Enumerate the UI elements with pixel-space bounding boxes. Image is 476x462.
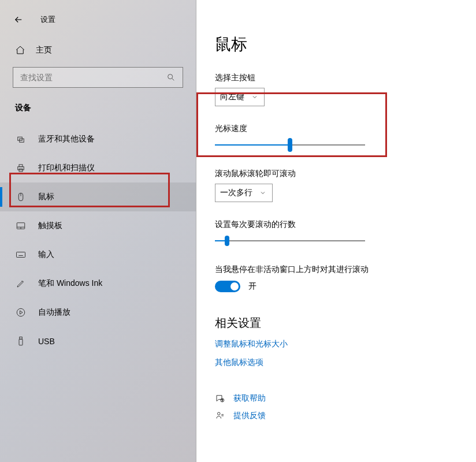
feedback-icon <box>215 411 225 421</box>
pen-icon <box>15 278 27 289</box>
search-box[interactable] <box>13 67 183 88</box>
home-label: 主页 <box>36 45 52 55</box>
related-settings-title: 相关设置 <box>215 315 458 331</box>
svg-rect-4 <box>19 165 23 167</box>
sidebar-item-usb[interactable]: USB <box>0 327 196 356</box>
svg-point-22 <box>218 412 221 415</box>
arrow-left-icon <box>13 14 24 25</box>
app-title: 设置 <box>40 14 55 25</box>
svg-rect-19 <box>19 339 23 345</box>
sidebar-item-label: 鼠标 <box>38 192 54 202</box>
sidebar-item-label: 笔和 Windows Ink <box>38 278 102 289</box>
scroll-mode-label: 滚动鼠标滚轮即可滚动 <box>215 169 458 179</box>
svg-point-17 <box>17 308 25 316</box>
help-icon: ? <box>215 393 225 404</box>
toggle-state: 开 <box>248 281 256 292</box>
main-content: 鼠标 选择主按钮 向左键 光标速度 滚动鼠标滚轮即可滚动 一次多行 设置每次要滚… <box>196 0 476 462</box>
svg-rect-5 <box>19 169 23 172</box>
chevron-down-icon <box>259 189 266 196</box>
sidebar-item-printers[interactable]: 打印机和扫描仪 <box>0 154 196 182</box>
keyboard-icon <box>15 249 27 260</box>
home-nav[interactable]: 主页 <box>0 31 196 61</box>
chevron-down-icon <box>251 94 258 100</box>
nav-list: 蓝牙和其他设备 打印机和扫描仪 鼠标 触摸板 输入 <box>0 121 196 356</box>
sidebar-item-mouse[interactable]: 鼠标 <box>0 182 196 211</box>
primary-button-label: 选择主按钮 <box>215 73 458 83</box>
page-title: 鼠标 <box>215 33 458 55</box>
svg-rect-3 <box>18 167 24 170</box>
link-adjust-cursor-size[interactable]: 调整鼠标和光标大小 <box>215 339 458 349</box>
sidebar-item-bluetooth[interactable]: 蓝牙和其他设备 <box>0 125 196 154</box>
sidebar-item-typing[interactable]: 输入 <box>0 240 196 269</box>
sidebar-item-label: 蓝牙和其他设备 <box>38 134 95 144</box>
lines-per-scroll-slider[interactable] <box>215 240 365 241</box>
mouse-icon <box>15 192 27 202</box>
svg-rect-18 <box>20 337 23 340</box>
back-button[interactable] <box>7 8 30 31</box>
get-help-link[interactable]: 获取帮助 <box>233 393 266 404</box>
lines-per-scroll-label: 设置每次要滚动的行数 <box>215 219 458 230</box>
svg-rect-11 <box>17 252 25 258</box>
cursor-speed-label: 光标速度 <box>215 124 458 134</box>
sidebar-item-autoplay[interactable]: 自动播放 <box>0 298 196 327</box>
sidebar-item-label: 自动播放 <box>38 307 70 318</box>
usb-icon <box>15 336 27 346</box>
touchpad-icon <box>15 221 27 231</box>
scroll-mode-dropdown[interactable]: 一次多行 <box>215 184 273 202</box>
primary-button-dropdown[interactable]: 向左键 <box>215 88 265 106</box>
give-feedback-link[interactable]: 提供反馈 <box>233 411 266 421</box>
sidebar-item-label: 打印机和扫描仪 <box>38 163 95 173</box>
link-other-mouse-options[interactable]: 其他鼠标选项 <box>215 357 458 368</box>
home-icon <box>15 45 25 55</box>
printer-icon <box>15 163 27 173</box>
devices-icon <box>15 134 27 144</box>
sidebar-item-label: 输入 <box>38 249 54 260</box>
sidebar-item-pen[interactable]: 笔和 Windows Ink <box>0 269 196 298</box>
settings-sidebar: 设置 主页 设备 蓝牙和其他设备 打印机和扫描仪 鼠标 <box>0 0 196 462</box>
search-icon <box>166 73 176 82</box>
cursor-speed-slider[interactable] <box>215 144 365 146</box>
dropdown-value: 向左键 <box>220 92 244 102</box>
sidebar-item-label: USB <box>38 337 55 346</box>
svg-text:?: ? <box>221 399 223 402</box>
inactive-scroll-label: 当我悬停在非活动窗口上方时对其进行滚动 <box>215 264 458 275</box>
sidebar-item-label: 触摸板 <box>38 221 62 231</box>
dropdown-value: 一次多行 <box>220 188 252 198</box>
sidebar-item-touchpad[interactable]: 触摸板 <box>0 211 196 240</box>
inactive-scroll-toggle[interactable] <box>215 281 240 292</box>
autoplay-icon <box>15 307 27 318</box>
svg-point-0 <box>168 74 173 79</box>
search-input[interactable] <box>20 73 166 82</box>
category-header: 设备 <box>0 88 196 121</box>
